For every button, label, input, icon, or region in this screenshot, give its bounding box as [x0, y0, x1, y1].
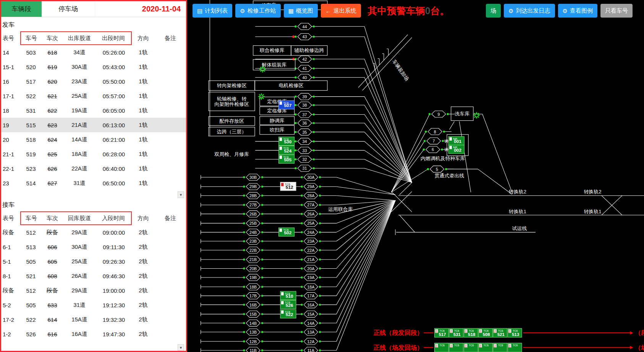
plan-list-button[interactable]: ▤计划列表: [193, 4, 232, 18]
track-badge[interactable]: 21B: [243, 256, 263, 263]
table-row[interactable]: 5-250563331道19:12:302轨: [1, 298, 186, 312]
mainline-train-box[interactable]: 正TC6531: [449, 328, 463, 337]
track-badge[interactable]: 6: [423, 146, 443, 153]
track-badge[interactable]: 30A: [301, 174, 321, 180]
track-badge[interactable]: 42: [294, 56, 315, 62]
track-badge[interactable]: 31: [294, 165, 315, 172]
mainline-train-box[interactable]: 正TC6: [464, 343, 478, 352]
table-row[interactable]: 2051862414A道06:21:001轨: [1, 132, 186, 147]
track-badge[interactable]: 26A: [301, 211, 321, 217]
track-badge[interactable]: 25B: [243, 220, 263, 227]
train-box[interactable]: NR002调: [445, 145, 464, 153]
train-box[interactable]: TC6522: [280, 310, 296, 318]
scroll-down-button[interactable]: ▼: [178, 191, 184, 198]
train-box[interactable]: TC6507: [279, 101, 294, 109]
track-badge[interactable]: 17B: [243, 292, 263, 299]
track-badge[interactable]: 11B: [243, 347, 263, 352]
train-box[interactable]: TC6526: [280, 300, 296, 309]
table-row[interactable]: 段备512段备29A道19:00:002轨: [1, 283, 186, 298]
table-row[interactable]: 8-152160826A道09:46:302轨: [1, 269, 186, 283]
mainline-train-box[interactable]: 正TC6: [508, 343, 522, 352]
table-row[interactable]: 5-150560525A道09:26:302轨: [1, 254, 186, 269]
track-badge[interactable]: 29B: [243, 183, 263, 190]
track-badge[interactable]: 32: [294, 156, 315, 162]
track-badge[interactable]: 29A: [301, 183, 321, 190]
train-box[interactable]: TC6502: [279, 228, 294, 236]
table-row[interactable]: 22-152362622A道06:40:001轨: [1, 161, 186, 176]
mainline-train-box[interactable]: 正TC6517: [435, 328, 449, 337]
track-badge[interactable]: 41: [294, 65, 315, 72]
track-badge[interactable]: 5: [427, 166, 447, 172]
track-badge[interactable]: 34: [294, 138, 315, 144]
table-row[interactable]: 1853162219A道06:05:001轨: [1, 103, 186, 118]
track-badge[interactable]: 43: [294, 33, 315, 40]
track-badge[interactable]: 13A: [301, 329, 321, 335]
scroll-down-button[interactable]: ▼: [178, 344, 184, 351]
track-badge[interactable]: 30B: [243, 174, 263, 180]
track-badge[interactable]: 23A: [301, 238, 321, 245]
only-train-number-button[interactable]: 只看车号: [600, 4, 633, 18]
overview-button[interactable]: ▦概览图: [284, 4, 318, 18]
track-badge[interactable]: 9: [429, 111, 449, 117]
track-badge[interactable]: 40: [294, 74, 315, 81]
table-row[interactable]: 2351462731道06:50:001轨: [1, 176, 186, 190]
mainline-train-box[interactable]: 正TC6508: [479, 328, 493, 337]
tab-parking-lot[interactable]: 停车场: [42, 1, 95, 17]
track-badge[interactable]: 22A: [301, 247, 321, 253]
track-badge[interactable]: 39: [294, 93, 315, 100]
train-box[interactable]: TC6505: [279, 155, 294, 163]
track-badge[interactable]: 37: [294, 111, 315, 118]
track-badge[interactable]: 38: [294, 102, 315, 108]
gear-icon[interactable]: [258, 93, 265, 100]
table-row[interactable]: 17-152262125A道05:57:001轨: [1, 89, 186, 103]
track-badge[interactable]: 20A: [301, 265, 321, 272]
track-badge[interactable]: 28A: [301, 192, 321, 199]
mainline-train-box[interactable]: 正TC6: [493, 343, 507, 352]
track-badge[interactable]: 14A: [301, 320, 321, 326]
track-badge[interactable]: 18A: [301, 284, 321, 290]
table-row[interactable]: 段备512段备29A道09:00:002轨: [1, 225, 186, 240]
train-box[interactable]: NR001调: [445, 136, 464, 145]
table-row[interactable]: 21-151962518A道06:28:001轨: [1, 147, 186, 161]
exit-system-button[interactable]: ←退出系统: [321, 4, 361, 18]
track-badge[interactable]: 13B: [243, 329, 263, 335]
mainline-train-box[interactable]: 正TC6513: [508, 328, 522, 337]
table-row[interactable]: 1651762023A道05:50:001轨: [1, 74, 186, 89]
track-badge[interactable]: 28B: [243, 192, 263, 199]
train-box[interactable]: TC6512: [280, 182, 296, 190]
mainline-train-box[interactable]: 正TC6: [479, 343, 493, 352]
table-row[interactable]: 6-151360630A道09:11:302轨: [1, 240, 186, 254]
track-badge[interactable]: 44: [294, 23, 315, 30]
table-row[interactable]: 17-252261415A道19:32:302轨: [1, 312, 186, 327]
track-badge[interactable]: 27A: [301, 202, 321, 208]
track-badge[interactable]: 24B: [243, 229, 263, 235]
yard-button[interactable]: 场: [486, 4, 501, 18]
track-badge[interactable]: 15B: [243, 311, 263, 317]
track-badge[interactable]: 25A: [301, 220, 321, 227]
track-badge[interactable]: 8: [425, 128, 445, 135]
arrival-departure-log-button[interactable]: ⚙到达出发日志: [504, 4, 555, 18]
gear-icon[interactable]: [473, 112, 480, 118]
train-box[interactable]: TC6510: [280, 291, 296, 300]
track-badge[interactable]: 21A: [301, 256, 321, 263]
track-badge[interactable]: 20B: [243, 265, 263, 272]
maintenance-workstation-button[interactable]: ⚙检修工作站: [235, 4, 280, 18]
table-row[interactable]: 1450361834道05:26:001轨: [1, 45, 186, 60]
train-box[interactable]: TC6530: [279, 137, 294, 145]
track-badge[interactable]: 35: [294, 129, 315, 135]
track-badge[interactable]: 26B: [243, 211, 263, 217]
track-badge[interactable]: 7: [424, 138, 444, 144]
track-badge[interactable]: 15A: [301, 311, 321, 317]
track-badge[interactable]: 12B: [243, 338, 263, 345]
track-badge[interactable]: 12A: [301, 338, 321, 345]
track-badge[interactable]: 14B: [243, 320, 263, 326]
track-badge[interactable]: 19A: [301, 274, 321, 281]
track-badge[interactable]: 17A: [301, 292, 321, 299]
track-badge[interactable]: 18B: [243, 284, 263, 290]
tab-depot[interactable]: 车辆段: [1, 1, 42, 17]
table-row[interactable]: 15-152061930A道05:43:001轨: [1, 60, 186, 74]
track-badge[interactable]: 16A: [301, 302, 321, 308]
track-badge[interactable]: 22B: [243, 247, 263, 253]
track-badge[interactable]: 36: [294, 120, 315, 126]
track-badge[interactable]: 16B: [243, 302, 263, 308]
